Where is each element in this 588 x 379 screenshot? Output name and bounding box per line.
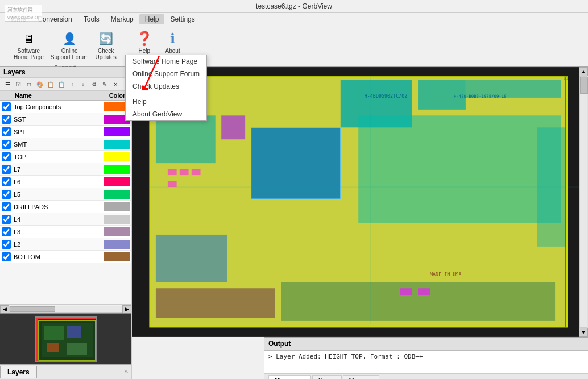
output-tab-measure[interactable]: Measure (343, 375, 380, 379)
svg-rect-6 (67, 326, 81, 338)
output-tab-messages[interactable]: Messages (268, 375, 311, 379)
output-tab-query[interactable]: Query (312, 375, 342, 379)
layer-row[interactable]: L2 (0, 238, 131, 251)
menu-help[interactable]: Help (139, 14, 165, 24)
toolbar-support-buttons: 🖥 Software Home Page 👤 Online Support Fo… (11, 28, 119, 61)
hscroll-left[interactable]: ◀ (0, 305, 9, 313)
menu-home[interactable]: Home (2, 14, 32, 24)
dropdown-support-forum[interactable]: Online Support Forum (126, 68, 206, 80)
layer-checkbox[interactable] (2, 190, 11, 199)
window-title: testcase6.tgz - GerbView (256, 2, 332, 10)
layer-color-swatch[interactable] (104, 202, 130, 211)
layer-checkbox[interactable] (2, 102, 11, 111)
layer-color-swatch[interactable] (104, 190, 130, 199)
svg-rect-38 (418, 288, 430, 295)
layer-table-header: Name Color (0, 91, 131, 101)
toolbar-check-updates[interactable]: 🔄 Check Updates (93, 28, 119, 61)
layer-color-swatch[interactable] (104, 165, 130, 174)
layer-color-swatch[interactable] (104, 127, 130, 136)
layer-color-swatch[interactable] (104, 215, 130, 224)
title-bar: testcase6.tgz - GerbView (0, 0, 588, 13)
layer-row[interactable]: L5 (0, 188, 131, 201)
layer-name: L2 (13, 240, 103, 248)
tab-layers[interactable]: Layers (0, 366, 37, 378)
layer-checkbox[interactable] (2, 115, 11, 124)
scroll-thumb[interactable] (580, 77, 588, 94)
dropdown-help[interactable]: Help (126, 95, 206, 108)
dropdown-software-home[interactable]: Software Home Page (126, 55, 206, 68)
layer-checkbox[interactable] (2, 215, 11, 224)
layer-row[interactable]: L4 (0, 213, 131, 226)
layers-title: Layers (3, 68, 26, 76)
layer-tool-uncheck[interactable]: □ (24, 79, 34, 89)
person-icon: 👤 (60, 30, 78, 48)
layer-tool-up[interactable]: ↑ (67, 79, 77, 89)
hscroll-thumb[interactable] (10, 306, 55, 312)
layer-checkbox[interactable] (2, 127, 11, 136)
svg-rect-37 (400, 288, 412, 295)
layer-checkbox[interactable] (2, 202, 11, 211)
layer-tool-settings[interactable]: ⚙ (89, 79, 99, 89)
dropdown-check-updates[interactable]: Check Updates (126, 80, 206, 93)
layer-row[interactable]: TOP (0, 151, 131, 163)
scroll-down-arrow[interactable]: ▼ (579, 328, 588, 337)
menu-tools[interactable]: Tools (78, 14, 105, 24)
layer-color-swatch[interactable] (104, 152, 130, 161)
layer-tool-menu[interactable]: ☰ (2, 79, 13, 89)
layer-checkbox[interactable] (2, 177, 11, 186)
expand-panel-button[interactable]: » (121, 368, 131, 376)
layer-tool-down[interactable]: ↓ (78, 79, 88, 89)
layer-color-swatch[interactable] (104, 177, 130, 186)
svg-rect-21 (156, 235, 227, 282)
layer-tool-color[interactable]: 🎨 (35, 79, 45, 89)
refresh-icon: 🔄 (97, 30, 115, 48)
layer-row[interactable]: L6 (0, 176, 131, 188)
layer-table[interactable]: Top Components SST SPT SMT TOP L7 L6 (0, 101, 131, 304)
layer-tool-copy1[interactable]: 📋 (45, 79, 56, 89)
layer-checkbox[interactable] (2, 140, 11, 149)
layer-checkbox[interactable] (2, 240, 11, 249)
layer-color-swatch[interactable] (104, 140, 130, 149)
menu-conversion[interactable]: Conversion (32, 14, 78, 24)
layer-row[interactable]: L3 (0, 226, 131, 238)
layer-name: TOP (13, 153, 103, 161)
layer-row[interactable]: L7 (0, 163, 131, 176)
layer-checkbox[interactable] (2, 165, 11, 174)
layer-row[interactable]: SST (0, 113, 131, 126)
scroll-track[interactable] (579, 76, 587, 328)
layer-tool-delete[interactable]: ✕ (110, 79, 121, 89)
output-title: Output (268, 340, 291, 348)
toolbar: 🖥 Software Home Page 👤 Online Support Fo… (0, 26, 588, 67)
svg-rect-19 (221, 115, 245, 139)
layer-row[interactable]: BOTTOM (0, 251, 131, 263)
toolbar-online-support[interactable]: 👤 Online Support Forum (48, 28, 91, 61)
layer-tool-copy2[interactable]: 📋 (56, 79, 67, 89)
layer-tool-check-all[interactable]: ☑ (13, 79, 23, 89)
toolbar-software-home[interactable]: 🖥 Software Home Page (11, 28, 46, 61)
layer-row[interactable]: Top Components (0, 101, 131, 113)
menu-markup[interactable]: Markup (105, 14, 139, 24)
dropdown-about[interactable]: About GerbView (126, 108, 206, 120)
layer-color-swatch[interactable] (104, 252, 130, 261)
layer-color-swatch[interactable] (104, 240, 130, 249)
layer-color-swatch[interactable] (104, 227, 130, 236)
layer-checkbox[interactable] (2, 152, 11, 161)
hscroll-right[interactable]: ▶ (122, 305, 131, 313)
layer-row[interactable]: SPT (0, 126, 131, 138)
hscroll-track[interactable] (9, 306, 122, 313)
output-content: > Layer Added: HEIGHT_TOP, Format : ODB+… (264, 351, 588, 373)
layer-checkbox[interactable] (2, 227, 11, 236)
layer-hscroll[interactable]: ◀ ▶ (0, 304, 131, 313)
layer-checkbox[interactable] (2, 252, 11, 261)
scroll-up-arrow[interactable]: ▲ (579, 67, 588, 76)
svg-rect-20 (358, 115, 561, 223)
layer-row[interactable]: SMT (0, 138, 131, 151)
left-panel: Layers ☰ ☑ □ 🎨 📋 📋 ↑ ↓ ⚙ ✎ ✕ Name Color … (0, 67, 132, 379)
layer-name: SMT (13, 140, 103, 148)
menu-settings[interactable]: Settings (164, 14, 200, 24)
svg-rect-27 (168, 181, 177, 187)
layer-name: DRILLPADS (13, 203, 103, 211)
thumbnail-canvas (35, 316, 97, 362)
layer-row[interactable]: DRILLPADS (0, 201, 131, 213)
layer-tool-edit[interactable]: ✎ (100, 79, 110, 89)
